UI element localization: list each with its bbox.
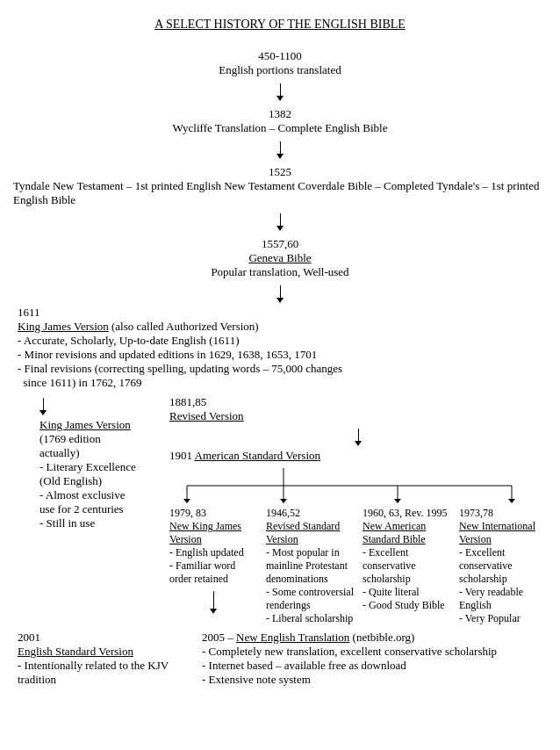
esv-name: English Standard Version bbox=[18, 645, 133, 658]
nkjv-p2: - Familiar word order retained bbox=[169, 559, 257, 586]
kjv-left-p1: - Literary Excellence (Old English) bbox=[39, 460, 136, 487]
entry-1382: 1382 Wycliffe Translation – Complete Eng… bbox=[173, 107, 388, 135]
kjv-name-line: King James Version (also called Authoriz… bbox=[18, 320, 547, 334]
arrow-1 bbox=[276, 83, 284, 101]
entry-450: 450-1100 English portions translated bbox=[219, 49, 341, 77]
year-1525: 1525 bbox=[13, 165, 547, 179]
branch-svg bbox=[169, 468, 547, 503]
niv-p1: - Excellent conservative scholarship bbox=[459, 546, 547, 586]
kjv-left-p3: - Still in use bbox=[39, 516, 95, 530]
esv-p1: - Intentionally related to the KJV tradi… bbox=[18, 659, 184, 687]
entry-1557: 1557,60 Geneva Bible Popular translation… bbox=[211, 237, 348, 279]
col-nkjv: 1979, 83 New King James Version - Englis… bbox=[169, 507, 257, 617]
svg-marker-9 bbox=[508, 499, 515, 503]
asv-name: American Standard Version bbox=[195, 449, 320, 462]
year-1382: 1382 bbox=[173, 107, 388, 121]
desc-1525: Tyndale New Testament – 1st printed Engl… bbox=[13, 179, 547, 207]
four-branch-section: 1979, 83 New King James Version - Englis… bbox=[169, 468, 547, 625]
esv-block: 2001 English Standard Version - Intentio… bbox=[13, 631, 184, 687]
desc-1557: Geneva Bible Popular translation, Well-u… bbox=[211, 251, 348, 279]
svg-marker-7 bbox=[394, 499, 401, 503]
year-1557: 1557,60 bbox=[211, 237, 348, 251]
desc-1382: Wycliffe Translation – Complete English … bbox=[173, 121, 388, 135]
kjv-block: 1611 King James Version (also called Aut… bbox=[13, 306, 547, 390]
net-block: 2005 – New English Translation (netbible… bbox=[184, 631, 547, 687]
nasb-p1: - Excellent conservative scholarship bbox=[363, 546, 450, 586]
nasb-p2: - Quite literal bbox=[363, 586, 450, 599]
rsv-year: 1946,52 bbox=[266, 507, 354, 520]
nkjv-year: 1979, 83 bbox=[169, 507, 257, 520]
entry-1525: 1525 Tyndale New Testament – 1st printed… bbox=[13, 165, 547, 207]
split-section: King James Version (1769 edition actuall… bbox=[13, 395, 547, 625]
asv-block: 1901 American Standard Version bbox=[169, 449, 547, 463]
niv-year: 1973,78 bbox=[459, 507, 547, 520]
kjv-year: 1611 bbox=[18, 306, 547, 320]
svg-marker-5 bbox=[280, 499, 287, 503]
rsv-p2: - Some controversial renderings bbox=[266, 586, 354, 612]
col-niv: 1973,78 New International Version - Exce… bbox=[459, 507, 547, 625]
esv-year: 2001 bbox=[18, 631, 184, 645]
kjv-point-2: - Minor revisions and updated editions i… bbox=[18, 348, 547, 362]
rv-year: 1881,85 bbox=[169, 395, 547, 409]
nkjv-name: New King James Version bbox=[169, 520, 241, 545]
kjv-point-3: - Final revisions (correcting spelling, … bbox=[18, 362, 547, 390]
desc-450: English portions translated bbox=[219, 63, 341, 77]
niv-p2: - Very readable English bbox=[459, 586, 547, 612]
niv-p3: - Very Popular bbox=[459, 612, 547, 625]
rsv-p1: - Most popular in mainline Protestant de… bbox=[266, 546, 354, 586]
rv-col: 1881,85 Revised Version 1901 American St… bbox=[143, 395, 547, 625]
net-name: New English Translation bbox=[236, 631, 349, 644]
nasb-name: New American Standard Bible bbox=[363, 520, 426, 545]
kjv-left-block: King James Version (1769 edition actuall… bbox=[39, 418, 143, 530]
arrow-3 bbox=[276, 213, 284, 231]
asv-year: 1901 bbox=[169, 449, 192, 462]
net-p2: - Internet based – available free as dow… bbox=[202, 659, 547, 673]
rv-name: Revised Version bbox=[169, 409, 244, 422]
kjv-left-sub: (1769 edition actually) bbox=[39, 432, 101, 459]
page-title: A SELECT HISTORY OF THE ENGLISH BIBLE bbox=[13, 18, 547, 32]
rsv-p3: - Liberal scholarship bbox=[266, 612, 354, 625]
nkjv-p1: - English updated bbox=[169, 546, 257, 559]
net-year: 2005 bbox=[202, 631, 225, 644]
net-url: (netbible.org) bbox=[353, 631, 415, 644]
kjv-left-p2: - Almost exclusive use for 2 centuries bbox=[39, 488, 126, 516]
year-450: 450-1100 bbox=[219, 49, 341, 63]
kjv-arrow-col: King James Version (1769 edition actuall… bbox=[13, 395, 143, 625]
kjv-left-name: King James Version bbox=[39, 418, 131, 431]
svg-marker-3 bbox=[183, 499, 190, 503]
kjv-point-1: - Accurate, Scholarly, Up-to-date Englis… bbox=[18, 334, 547, 348]
bottom-section: 2001 English Standard Version - Intentio… bbox=[13, 631, 547, 687]
rsv-name: Revised Standard Version bbox=[266, 520, 340, 545]
nasb-year: 1960, 63, Rev. 1995 bbox=[363, 507, 450, 520]
four-cols: 1979, 83 New King James Version - Englis… bbox=[169, 507, 547, 625]
net-p3: - Extensive note system bbox=[202, 673, 547, 687]
kjv-name: King James Version bbox=[18, 320, 109, 333]
niv-name: New International Version bbox=[459, 520, 535, 545]
arrow-2 bbox=[276, 141, 284, 159]
kjv-name-suffix: (also called Authorized Version) bbox=[109, 320, 259, 333]
col-rsv: 1946,52 Revised Standard Version - Most … bbox=[266, 507, 354, 625]
col-nasb: 1960, 63, Rev. 1995 New American Standar… bbox=[363, 507, 450, 612]
nasb-p3: - Good Study Bible bbox=[363, 599, 450, 612]
net-p1: - Completely new translation, excellent … bbox=[202, 645, 547, 659]
arrow-4 bbox=[276, 285, 284, 303]
